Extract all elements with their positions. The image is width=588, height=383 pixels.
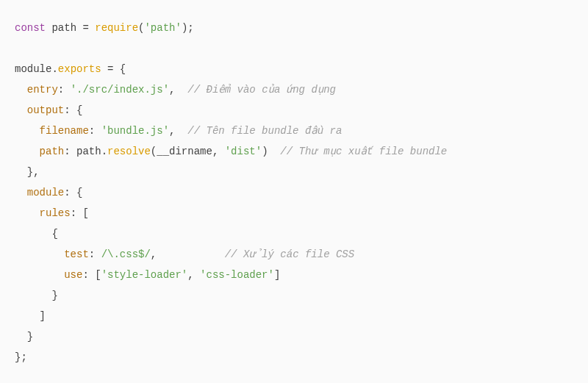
code-line: module.exports = { — [15, 63, 126, 75]
code-line: test: /\.css$/, // Xử lý các file CSS — [15, 248, 354, 260]
identifier-dirname: __dirname — [157, 146, 212, 157]
keyword-const: const — [15, 22, 46, 34]
string-literal: 'css-loader' — [200, 269, 274, 281]
code-line: use: ['style-loader', 'css-loader'] — [15, 269, 280, 281]
code-line: }, — [15, 166, 40, 178]
regex-literal: /\.css$/ — [101, 248, 151, 260]
function-require: require — [95, 22, 138, 34]
code-line: filename: 'bundle.js', // Tên file bundl… — [15, 125, 342, 137]
identifier-exports: exports — [58, 63, 101, 75]
key-use: use — [64, 269, 82, 281]
identifier-module: module — [15, 63, 51, 75]
string-literal: 'dist' — [225, 146, 262, 157]
key-path: path — [40, 146, 65, 157]
code-line: } — [15, 290, 58, 301]
code-line: module: { — [15, 187, 82, 198]
key-entry: entry — [27, 84, 58, 96]
key-filename: filename — [40, 125, 89, 137]
string-literal: 'bundle.js' — [101, 125, 169, 137]
code-line: ] — [15, 310, 46, 322]
string-literal: 'path' — [144, 22, 181, 34]
code-line: entry: './src/index.js', // Điểm vào của… — [15, 84, 336, 96]
comment: // Thư mục xuất file bundle — [280, 146, 447, 157]
key-output: output — [27, 104, 64, 116]
string-literal: './src/index.js' — [71, 84, 169, 96]
code-line: }; — [15, 351, 27, 363]
code-line: const path = require('path'); — [15, 22, 194, 34]
key-module: module — [27, 187, 64, 198]
code-line: rules: [ — [15, 207, 89, 219]
code-block: const path = require('path'); module.exp… — [15, 18, 573, 368]
key-test: test — [64, 248, 89, 260]
identifier-path: path — [51, 22, 76, 34]
comment: // Tên file bundle đầu ra — [187, 125, 342, 137]
string-literal: 'style-loader' — [101, 269, 188, 281]
function-resolve: resolve — [107, 146, 151, 157]
key-rules: rules — [40, 207, 71, 219]
code-line: output: { — [15, 104, 82, 116]
identifier-path: path — [76, 146, 101, 157]
code-line: path: path.resolve(__dirname, 'dist') //… — [15, 146, 447, 157]
code-line: } — [15, 331, 33, 343]
comment: // Xử lý các file CSS — [225, 248, 354, 260]
comment: // Điểm vào của ứng dụng — [187, 84, 336, 96]
code-line: { — [15, 228, 58, 240]
